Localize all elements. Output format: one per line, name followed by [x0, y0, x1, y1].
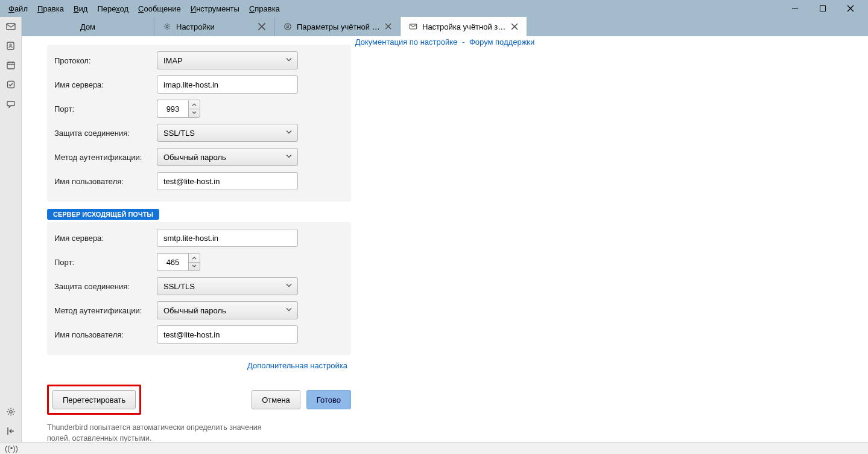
outgoing-auth-label: Метод аутентификации: — [54, 306, 157, 315]
outgoing-badge: СЕРВЕР ИСХОДЯЩЕЙ ПОЧТЫ — [47, 209, 159, 220]
tab-account-setup[interactable]: Настройка учётной записи — [401, 17, 527, 36]
outgoing-port-label: Порт: — [54, 258, 157, 267]
svg-point-12 — [9, 411, 11, 413]
outgoing-section: Имя сервера: Порт: — [47, 222, 351, 355]
retest-button[interactable]: Перетестировать — [52, 390, 136, 409]
outgoing-auth-value: Обычный пароль — [163, 306, 226, 315]
svg-rect-1 — [820, 6, 826, 11]
top-links: Документация по настройке - Форум поддер… — [22, 36, 868, 48]
cancel-button[interactable]: Отмена — [252, 390, 300, 409]
outgoing-auth-select[interactable]: Обычный пароль — [157, 301, 298, 319]
main-area: Дом Настройки Параметры учётной запис… Н… — [22, 17, 868, 442]
window-controls — [781, 0, 864, 17]
gear-icon — [163, 22, 171, 31]
tab-settings[interactable]: Настройки — [154, 17, 275, 36]
outgoing-server-input[interactable] — [157, 229, 298, 247]
tab-account-params[interactable]: Параметры учётной запис… — [275, 17, 401, 36]
outgoing-port-spinner[interactable] — [157, 253, 200, 271]
tab-close-icon[interactable] — [511, 22, 518, 31]
spinner-down-icon[interactable] — [189, 109, 200, 118]
incoming-server-label: Имя сервера: — [54, 80, 157, 89]
svg-rect-7 — [7, 62, 14, 69]
incoming-auth-value: Обычный пароль — [163, 153, 226, 162]
svg-point-6 — [10, 44, 11, 46]
chevron-down-icon — [285, 129, 293, 138]
menu-go[interactable]: Переход — [92, 2, 133, 16]
tab-close-icon[interactable] — [258, 22, 266, 31]
chevron-down-icon — [285, 306, 293, 315]
incoming-auth-select[interactable]: Обычный пароль — [157, 148, 298, 166]
outgoing-security-label: Защита соединения: — [54, 282, 157, 291]
docs-link[interactable]: Документация по настройке — [355, 37, 458, 46]
outgoing-port-input[interactable] — [157, 253, 188, 271]
hint-autodetect: Thunderbird попытается автоматически опр… — [47, 417, 282, 442]
incoming-port-spinner[interactable] — [157, 100, 200, 118]
tasks-icon[interactable] — [5, 78, 17, 91]
protocol-label: Протокол: — [54, 56, 157, 65]
incoming-security-select[interactable]: SSL/TLS — [157, 124, 298, 142]
collapse-icon[interactable] — [5, 425, 17, 437]
outgoing-user-input[interactable] — [157, 325, 298, 344]
menu-file[interactable]: Файл — [4, 2, 33, 16]
menubar-items: Файл Правка Вид Переход Сообщение Инстру… — [4, 2, 285, 16]
protocol-select[interactable]: IMAP — [157, 51, 298, 69]
outgoing-security-value: SSL/TLS — [163, 282, 195, 291]
incoming-server-input[interactable] — [157, 75, 298, 94]
minimize-button[interactable] — [781, 0, 809, 17]
tab-bar: Дом Настройки Параметры учётной запис… Н… — [22, 17, 868, 36]
link-separator: - — [460, 37, 467, 46]
tab-label: Настройки — [176, 22, 215, 31]
chevron-down-icon — [285, 56, 293, 65]
tab-close-icon[interactable] — [385, 22, 391, 31]
close-button[interactable] — [837, 0, 864, 17]
incoming-section: Протокол: IMAP Имя сервера: Порт: — [47, 45, 351, 202]
retest-highlight: Перетестировать — [47, 385, 141, 415]
advanced-link-row: Дополнительная настройка — [47, 355, 351, 374]
outgoing-server-label: Имя сервера: — [54, 234, 157, 243]
calendar-icon[interactable] — [5, 59, 17, 71]
incoming-port-label: Порт: — [54, 104, 157, 114]
chevron-down-icon — [285, 282, 293, 291]
forum-link[interactable]: Форум поддержки — [469, 37, 534, 46]
account-form: Протокол: IMAP Имя сервера: Порт: — [47, 36, 351, 442]
button-row: Перетестировать Отмена Готово — [47, 374, 351, 417]
done-button[interactable]: Готово — [306, 390, 351, 409]
protocol-value: IMAP — [163, 56, 183, 65]
account-icon — [284, 22, 292, 31]
svg-rect-4 — [7, 24, 15, 30]
maximize-button[interactable] — [809, 0, 837, 17]
svg-point-14 — [166, 25, 168, 28]
settings-gear-icon[interactable] — [5, 406, 17, 418]
tab-label: Настройка учётной записи — [422, 22, 506, 31]
spaces-toolbar — [0, 17, 22, 442]
chat-icon[interactable] — [5, 98, 17, 110]
incoming-user-label: Имя пользователя: — [54, 177, 157, 186]
menu-edit[interactable]: Правка — [33, 2, 69, 16]
menu-help[interactable]: Справка — [244, 2, 285, 16]
incoming-security-value: SSL/TLS — [163, 129, 195, 138]
spinner-up-icon[interactable] — [189, 254, 200, 263]
chevron-down-icon — [285, 153, 293, 162]
menu-message[interactable]: Сообщение — [133, 2, 186, 16]
mail-icon[interactable] — [5, 21, 17, 33]
tab-label: Параметры учётной запис… — [297, 22, 380, 31]
incoming-port-input[interactable] — [157, 100, 188, 118]
status-bar: ((•)) — [0, 442, 868, 454]
addressbook-icon[interactable] — [5, 40, 17, 52]
incoming-security-label: Защита соединения: — [54, 129, 157, 138]
mail-setup-icon — [409, 22, 417, 31]
tab-home[interactable]: Дом — [22, 17, 154, 36]
outgoing-security-select[interactable]: SSL/TLS — [157, 277, 298, 295]
activity-icon[interactable]: ((•)) — [5, 444, 18, 453]
content: Документация по настройке - Форум поддер… — [22, 36, 868, 442]
spinner-down-icon[interactable] — [189, 263, 200, 271]
menubar: Файл Правка Вид Переход Сообщение Инстру… — [0, 0, 868, 17]
incoming-user-input[interactable] — [157, 172, 298, 190]
svg-point-18 — [287, 25, 289, 27]
spinner-up-icon[interactable] — [189, 100, 200, 109]
advanced-config-link[interactable]: Дополнительная настройка — [247, 361, 347, 370]
menu-view[interactable]: Вид — [69, 2, 93, 16]
incoming-auth-label: Метод аутентификации: — [54, 153, 157, 162]
outgoing-user-label: Имя пользователя: — [54, 330, 157, 339]
menu-tools[interactable]: Инструменты — [186, 2, 244, 16]
